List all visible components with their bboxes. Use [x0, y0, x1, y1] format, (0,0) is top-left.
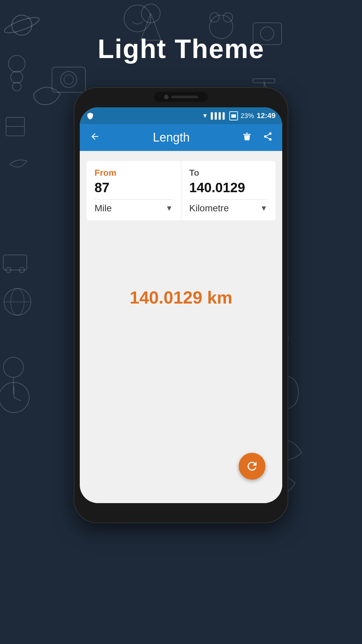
from-dropdown-arrow[interactable]: ▼	[166, 204, 173, 213]
svg-point-6	[61, 71, 77, 88]
svg-point-3	[11, 71, 23, 83]
clock: 12:49	[257, 111, 276, 120]
app-bar: Length	[80, 124, 282, 151]
status-right: ▼ ▌▌▌▌ 23% 12:49	[202, 111, 276, 120]
from-value[interactable]: 87	[95, 180, 173, 195]
to-label: To	[189, 168, 268, 178]
result-text: 140.0129 km	[130, 287, 233, 308]
delete-button[interactable]	[239, 129, 255, 147]
from-side[interactable]: From 87 Mile ▼	[86, 161, 181, 220]
speaker-bar	[171, 96, 198, 98]
svg-point-7	[64, 75, 73, 84]
to-unit-text: Kilometre	[189, 203, 229, 214]
to-side[interactable]: To 140.0129 Kilometre ▼	[181, 161, 276, 220]
wifi-icon: ▼	[202, 112, 208, 119]
app-bar-actions	[239, 129, 276, 147]
signal-icon: ▌▌▌▌	[211, 112, 227, 119]
fab-container	[239, 453, 265, 480]
svg-line-24	[14, 397, 21, 401]
shield-icon	[86, 112, 94, 119]
app-bar-title: Length	[110, 130, 233, 145]
battery-percent: 23%	[241, 112, 254, 120]
to-unit-row[interactable]: Kilometre ▼	[189, 199, 268, 214]
share-button[interactable]	[260, 129, 276, 147]
to-dropdown-arrow[interactable]: ▼	[260, 204, 267, 213]
from-label: From	[95, 168, 173, 178]
page-title-container: Light Theme	[0, 34, 362, 64]
fab-button[interactable]	[239, 453, 265, 480]
svg-point-20	[3, 357, 23, 377]
status-bar: ▼ ▌▌▌▌ 23% 12:49	[80, 107, 282, 124]
svg-point-9	[124, 5, 151, 32]
back-button[interactable]	[86, 127, 103, 148]
phone-camera-area	[154, 92, 208, 102]
from-unit-row[interactable]: Mile ▼	[95, 199, 173, 214]
from-unit-text: Mile	[95, 203, 112, 214]
to-value[interactable]: 140.0129	[189, 180, 268, 195]
phone-device: ▼ ▌▌▌▌ 23% 12:49 Leng	[74, 87, 288, 523]
camera-lens	[164, 95, 169, 99]
conversion-card: From 87 Mile ▼ To 140.0129 Kilometre	[86, 161, 276, 220]
svg-point-1	[3, 14, 41, 36]
status-left	[86, 112, 94, 119]
battery-icon	[229, 111, 238, 120]
screen-content: From 87 Mile ▼ To 140.0129 Kilometre	[80, 151, 282, 503]
page-title: Light Theme	[0, 34, 362, 64]
result-area: 140.0129 km	[86, 287, 276, 308]
phone-screen: ▼ ▌▌▌▌ 23% 12:49 Leng	[80, 107, 282, 503]
phone-shell: ▼ ▌▌▌▌ 23% 12:49 Leng	[74, 87, 288, 523]
